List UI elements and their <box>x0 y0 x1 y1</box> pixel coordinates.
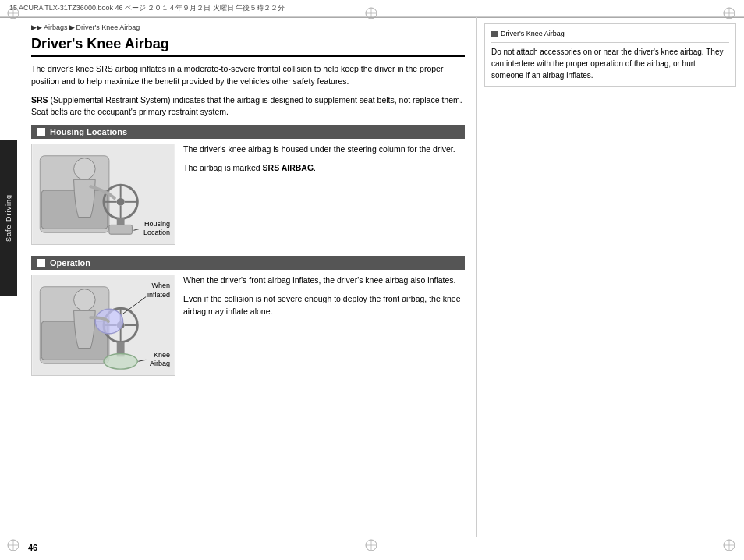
section-header-housing: Housing Locations <box>31 125 465 139</box>
section1-title: Housing Locations <box>50 127 127 136</box>
section2-paragraph-2: Even if the collision is not severe enou… <box>183 293 465 318</box>
breadcrumb-text-1: Airbags <box>44 23 68 31</box>
note-text: Do not attach accessories on or near the… <box>491 46 729 81</box>
file-info: 15 ACURA TLX-31TZ36000.book 46 ページ ２０１４年… <box>9 3 285 13</box>
page-title: Driver's Knee Airbag <box>31 36 465 57</box>
section-header-operation: Operation <box>31 256 465 270</box>
section1-text2-end: . <box>314 163 316 172</box>
right-column: Driver's Knee Airbag Do not attach acces… <box>476 17 744 537</box>
section-square-icon-2 <box>37 259 45 267</box>
figure-area-1: Housing Location The driver's knee airba… <box>31 144 465 245</box>
figure-1-caption: Housing Location <box>143 220 170 238</box>
figure-1: Housing Location <box>31 144 175 245</box>
breadcrumb-item-1: ▶▶ <box>31 23 42 31</box>
corner-mark-br <box>722 538 738 554</box>
section1-paragraph-1: The driver's knee airbag is housed under… <box>183 144 465 156</box>
note-box: Driver's Knee Airbag Do not attach acces… <box>484 23 736 87</box>
figure-2: When inflated Knee Airbag <box>31 275 175 376</box>
section1-text2-prefix: The airbag is marked <box>183 163 263 172</box>
section1-text: The driver's knee airbag is housed under… <box>183 144 465 181</box>
intro-p2-body: (Supplemental Restraint System) indicate… <box>31 95 462 117</box>
intro-paragraph-1: The driver's knee SRS airbag inflates in… <box>31 63 465 88</box>
note-square-icon <box>491 31 498 37</box>
svg-point-21 <box>74 158 96 180</box>
figure-2-caption-knee: Knee Airbag <box>150 351 170 369</box>
srs-airbag-term: SRS AIRBAG <box>263 163 314 172</box>
svg-point-34 <box>74 289 96 311</box>
page-container: 15 ACURA TLX-31TZ36000.book 46 ページ ２０１４年… <box>0 0 744 560</box>
svg-rect-29 <box>109 225 133 234</box>
section1-paragraph-2: The airbag is marked SRS AIRBAG. <box>183 162 465 175</box>
section2-text: When the driver's front airbag inflates,… <box>183 275 465 324</box>
page-number: 46 <box>28 543 37 552</box>
section2-paragraph-1: When the driver's front airbag inflates,… <box>183 275 465 287</box>
svg-point-43 <box>104 353 137 369</box>
left-column: ▶▶ Airbags ▶ Driver's Knee Airbag Driver… <box>23 17 476 537</box>
corner-mark-bl <box>6 538 22 554</box>
side-tab: Safe Driving <box>0 140 17 296</box>
side-tab-label: Safe Driving <box>5 194 12 242</box>
svg-point-23 <box>117 198 125 206</box>
corner-mark-bm <box>364 538 380 554</box>
corner-mark-tl <box>6 6 22 22</box>
note-title-text: Driver's Knee Airbag <box>501 29 565 40</box>
section-square-icon <box>37 128 45 136</box>
main-content: ▶▶ Airbags ▶ Driver's Knee Airbag Driver… <box>23 17 744 537</box>
breadcrumb-arrow: ▶ <box>69 23 75 31</box>
srs-term: SRS <box>31 95 48 105</box>
intro-paragraph-2: SRS (Supplemental Restraint System) indi… <box>31 94 465 119</box>
note-title-bar: Driver's Knee Airbag <box>491 29 729 43</box>
breadcrumb: ▶▶ Airbags ▶ Driver's Knee Airbag <box>31 23 465 31</box>
figure-2-caption-when: When inflated <box>147 282 170 299</box>
figure-area-2: When inflated Knee Airbag When the drive… <box>31 275 465 376</box>
section2-title: Operation <box>50 258 90 268</box>
breadcrumb-text-2: Driver's Knee Airbag <box>76 23 140 31</box>
